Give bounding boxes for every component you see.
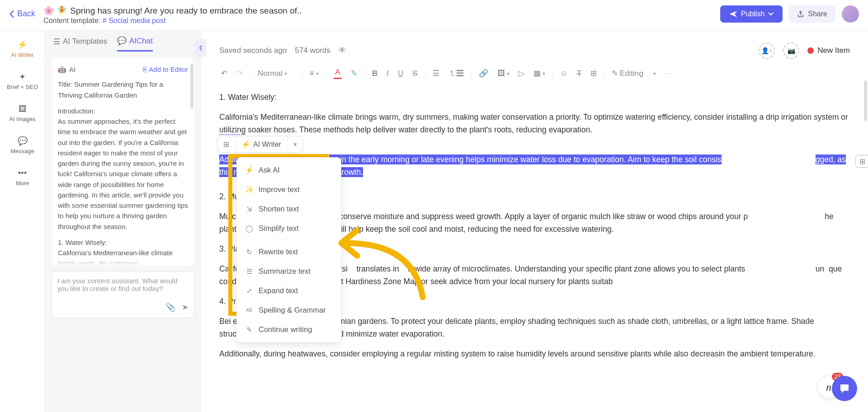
templates-icon: ☰ bbox=[53, 37, 60, 47]
bold-button[interactable]: B bbox=[370, 68, 379, 79]
rail-label: Message bbox=[10, 148, 34, 154]
underline-button[interactable]: U bbox=[396, 68, 405, 79]
clear-format-button[interactable]: T̶ bbox=[575, 68, 583, 79]
comment-button[interactable]: ⊞ bbox=[589, 68, 599, 79]
image-icon: 🖼 bbox=[18, 104, 28, 114]
text-color-button[interactable]: A bbox=[332, 67, 344, 80]
rail-label: AI Images bbox=[9, 116, 36, 122]
attach-icon[interactable]: 📎 bbox=[165, 302, 175, 312]
doc-p5: Additionally, during heatwaves, consider… bbox=[219, 347, 850, 360]
menu-simplify-text[interactable]: ◯Simplify text bbox=[237, 219, 341, 238]
user-avatar[interactable] bbox=[842, 5, 859, 23]
tab-ai-templates[interactable]: ☰ AI Templates bbox=[53, 36, 107, 52]
emoji-button[interactable]: ☺ bbox=[558, 68, 570, 79]
video-button[interactable]: ▷ bbox=[517, 68, 526, 79]
send-icon bbox=[729, 10, 737, 18]
rail-ai-writer[interactable]: ⚡ AI Writer bbox=[9, 37, 35, 61]
rail-label: Brief + SEO bbox=[7, 84, 38, 90]
sparkle-icon: ✨ bbox=[245, 186, 253, 194]
add-to-editor-button[interactable]: ⎘ Add to Editor bbox=[143, 64, 188, 75]
title-text: Spring has sprung! Are you ready to embr… bbox=[70, 6, 302, 16]
redo-button[interactable]: ↷ bbox=[235, 68, 245, 79]
more-toolbar-button[interactable]: ⋯ bbox=[663, 68, 675, 79]
ai-writer-button[interactable]: ⚡ AI Writer bbox=[235, 136, 288, 152]
editor-scrollbar[interactable] bbox=[864, 80, 867, 121]
menu-improve-text[interactable]: ✨Improve text bbox=[237, 180, 341, 199]
chevron-down-icon[interactable]: ▾ bbox=[288, 136, 302, 152]
lightning-icon: ⚡ bbox=[245, 166, 253, 174]
doc-h1: 1. Water Wisely: bbox=[219, 91, 850, 103]
align-button[interactable]: ≡ ▾ bbox=[308, 68, 321, 79]
italic-button[interactable]: I bbox=[385, 68, 391, 79]
add-user-button[interactable]: 👤+ bbox=[759, 42, 775, 59]
app-header: Back 🌸 🧚 Spring has sprung! Are you read… bbox=[0, 0, 868, 31]
rail-label: More bbox=[16, 180, 29, 187]
abc-icon: AB bbox=[245, 306, 253, 314]
refresh-icon: ↻ bbox=[245, 248, 253, 256]
strike-button[interactable]: S bbox=[410, 68, 419, 79]
ai-label-text: AI bbox=[69, 64, 75, 75]
style-select[interactable]: Normal ▾ bbox=[256, 68, 297, 79]
editor-toolbar: ↶ ↷ Normal ▾ ≡ ▾ A ✎ B I U S ☰ ⒈☰ 🔗 🖼 ▾ … bbox=[219, 62, 850, 87]
eye-icon[interactable]: 👁 bbox=[339, 46, 346, 55]
add-media-button[interactable]: 📷 bbox=[783, 42, 799, 59]
intro-body: As summer approaches, it's the perfect t… bbox=[58, 117, 188, 230]
bullet-list-button[interactable]: ☰ bbox=[431, 68, 441, 79]
title-block: 🌸 🧚 Spring has sprung! Are you ready to … bbox=[43, 5, 720, 25]
table-button[interactable]: ▦ ▾ bbox=[532, 68, 547, 79]
tab-ai-chat[interactable]: 💬 AIChat bbox=[117, 36, 153, 52]
template-link[interactable]: # Social media post bbox=[103, 17, 166, 24]
chat-fab[interactable] bbox=[832, 376, 857, 401]
add-icon: ⎘ bbox=[143, 64, 147, 75]
ai-body: Title: Summer Gardening Tips for a Thriv… bbox=[58, 79, 188, 266]
link-button[interactable]: 🔗 bbox=[477, 68, 490, 79]
panel-tabs: ☰ AI Templates 💬 AIChat bbox=[45, 31, 201, 52]
share-label: Share bbox=[808, 10, 827, 18]
circle-icon: ◯ bbox=[245, 225, 253, 233]
highlight-button[interactable]: ✎ bbox=[349, 68, 359, 79]
template-line: Content template: # Social media post bbox=[43, 17, 720, 25]
rail-brief-seo[interactable]: ✦ Brief + SEO bbox=[5, 69, 40, 93]
numbered-list-button[interactable]: ⒈☰ bbox=[447, 67, 466, 80]
assistant-input[interactable]: I am your content assistant. What would … bbox=[52, 271, 194, 318]
add-comment-button[interactable]: ⊞ bbox=[855, 155, 868, 168]
publish-button[interactable]: Publish bbox=[720, 5, 783, 23]
rail-message[interactable]: 💬 Message bbox=[9, 133, 36, 157]
scrollbar[interactable] bbox=[190, 63, 193, 108]
undo-button[interactable]: ↶ bbox=[219, 68, 229, 79]
rail-ai-images[interactable]: 🖼 AI Images bbox=[7, 101, 38, 125]
menu-ask-ai[interactable]: ⚡Ask AI bbox=[237, 160, 341, 180]
template-label: Content template: bbox=[43, 17, 100, 24]
ai-title-line: Title: Summer Gardening Tips for a Thriv… bbox=[58, 79, 188, 100]
chat-icon: 💬 bbox=[117, 36, 127, 46]
document-title[interactable]: 🌸 🧚 Spring has sprung! Are you ready to … bbox=[43, 5, 720, 16]
menu-shorten-text[interactable]: ⇲Shorten text bbox=[237, 199, 341, 219]
mode-select[interactable]: ✎ Editing ▾ bbox=[610, 68, 658, 79]
expand-icon: ⤢ bbox=[245, 287, 253, 295]
add-comment-icon[interactable]: ⊞ bbox=[218, 136, 235, 152]
menu-spelling-grammar[interactable]: ABSpelling & Grammar bbox=[237, 300, 341, 320]
editor-area: Saved seconds ago 574 words 👁 👤+ 📷 New I… bbox=[201, 31, 868, 412]
lightning-icon: ⚡ bbox=[17, 40, 27, 50]
tab-label: AI Templates bbox=[63, 37, 107, 46]
new-item-label: New Item bbox=[817, 46, 850, 55]
menu-summarize-text[interactable]: ☰Summarize text bbox=[237, 262, 341, 281]
menu-expand-text[interactable]: ⤢Expand text bbox=[237, 281, 341, 300]
ai-writer-label: AI Writer bbox=[253, 140, 281, 149]
rail-more[interactable]: ••• More bbox=[14, 165, 31, 189]
menu-continue-writing[interactable]: ✎Continue writing bbox=[237, 320, 341, 339]
image-button[interactable]: 🖼 ▾ bbox=[495, 68, 511, 79]
send-icon[interactable]: ➤ bbox=[182, 302, 189, 312]
word-count: 574 words bbox=[295, 46, 330, 55]
back-button[interactable]: Back bbox=[9, 9, 35, 19]
chevron-left-icon bbox=[198, 45, 203, 51]
menu-rewrite-text[interactable]: ↻Rewrite text bbox=[237, 242, 341, 262]
dots-icon: ••• bbox=[18, 168, 28, 178]
sec1-head: 1. Water Wisely: bbox=[58, 239, 107, 246]
left-rail: ⚡ AI Writer ✦ Brief + SEO 🖼 AI Images 💬 … bbox=[0, 31, 45, 412]
publish-label: Publish bbox=[741, 10, 764, 18]
chevron-down-icon bbox=[768, 12, 774, 16]
new-item-status[interactable]: New Item bbox=[807, 46, 850, 55]
share-button[interactable]: Share bbox=[789, 5, 835, 23]
panel-collapse-button[interactable] bbox=[195, 39, 206, 57]
